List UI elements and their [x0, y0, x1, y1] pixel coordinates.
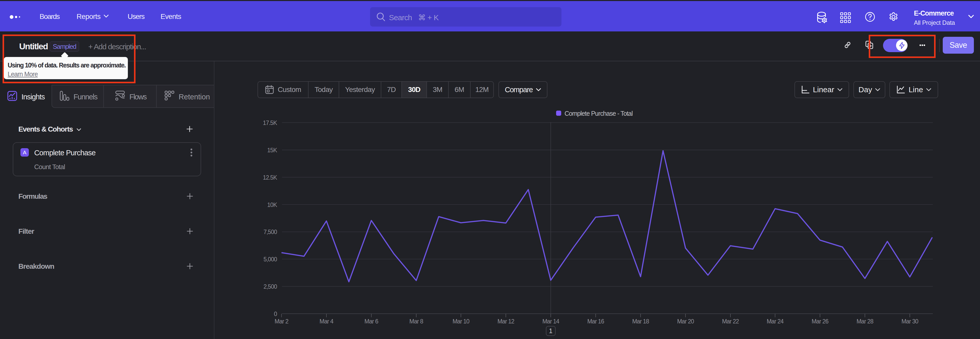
svg-text:Mar 8: Mar 8 — [409, 318, 423, 325]
svg-text:Mar 22: Mar 22 — [722, 318, 739, 325]
svg-text:Mar 4: Mar 4 — [320, 318, 334, 325]
svg-text:Mar 16: Mar 16 — [587, 318, 604, 325]
svg-text:10K: 10K — [267, 201, 277, 208]
svg-text:Mar 20: Mar 20 — [677, 318, 694, 325]
svg-text:15K: 15K — [267, 147, 277, 154]
svg-text:17.5K: 17.5K — [263, 120, 277, 126]
svg-text:Mar 26: Mar 26 — [811, 318, 829, 325]
svg-text:Mar 30: Mar 30 — [901, 318, 918, 325]
svg-text:0: 0 — [274, 311, 277, 317]
svg-text:7,500: 7,500 — [263, 229, 277, 235]
svg-text:12.5K: 12.5K — [263, 174, 277, 181]
svg-text:Mar 10: Mar 10 — [452, 318, 469, 325]
svg-text:Mar 28: Mar 28 — [856, 318, 873, 325]
svg-text:Mar 6: Mar 6 — [364, 318, 378, 325]
svg-text:Mar 2: Mar 2 — [275, 318, 288, 325]
svg-text:Mar 24: Mar 24 — [767, 318, 784, 325]
svg-text:Mar 18: Mar 18 — [632, 318, 649, 325]
svg-text:5,000: 5,000 — [263, 256, 277, 262]
svg-text:Mar 14: Mar 14 — [542, 318, 559, 325]
svg-text:Mar 12: Mar 12 — [497, 318, 514, 325]
svg-text:2,500: 2,500 — [263, 283, 277, 290]
